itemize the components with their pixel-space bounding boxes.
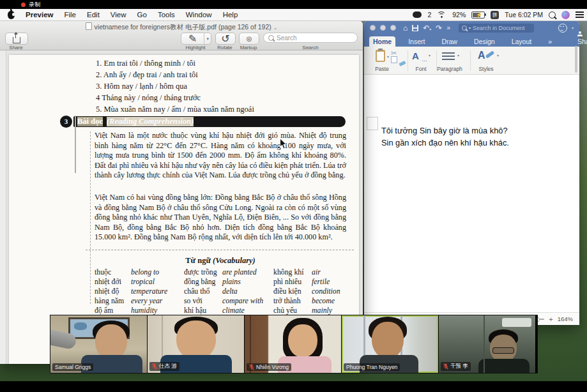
screen-recording-bar: 录制	[0, 0, 587, 9]
word-titlebar: ⌂ ↶▾ ↷ » ▾Search in Document ▾	[364, 20, 579, 35]
undo-icon[interactable]: ↶▾	[423, 24, 431, 32]
participant-name: 千预 李	[450, 363, 468, 370]
document-scrollbar[interactable]	[575, 46, 577, 73]
document-line[interactable]: Sin gần xích đạo nên khí hậu khác.	[381, 138, 509, 147]
participant-tile[interactable]: 千预 李	[439, 315, 535, 373]
apple-menu-icon[interactable]	[8, 11, 15, 19]
input-method-icon[interactable]: 拼	[491, 11, 499, 19]
menu-app-name[interactable]: Preview	[26, 11, 53, 19]
battery-icon[interactable]: ⚡	[471, 11, 485, 19]
participant-tile[interactable]: 仕杰 游	[148, 315, 244, 373]
menu-file[interactable]: File	[64, 11, 76, 19]
menu-window[interactable]: Window	[186, 11, 212, 19]
rotate-button[interactable]: ↺	[215, 33, 236, 45]
section-title: Bài đọc	[77, 117, 103, 126]
window-minimize-button[interactable]	[380, 25, 386, 31]
window-close-button[interactable]	[370, 25, 376, 31]
tab-design[interactable]: Design	[470, 36, 499, 47]
share-person-icon	[577, 31, 583, 36]
mouse-cursor	[279, 138, 287, 153]
participant-nametag: 仕杰 游	[149, 362, 179, 371]
document-line[interactable]: Tôi tưởng Sin bây giờ là mùa khô?	[381, 126, 508, 135]
markup-button[interactable]: ◎	[239, 33, 259, 45]
tabs-overflow-icon[interactable]: »	[544, 36, 556, 47]
menu-help[interactable]: Help	[223, 11, 238, 19]
participant-tile[interactable]: Nhiên Vương	[245, 315, 341, 373]
participant-face	[176, 320, 216, 360]
participant-nametag: 千预 李	[441, 362, 471, 371]
share-button[interactable]: Share	[574, 29, 587, 47]
styles-icon[interactable]: A	[478, 50, 485, 61]
paragraph-chevron-icon[interactable]: ▾	[457, 53, 459, 57]
tab-draw[interactable]: Draw	[438, 36, 461, 47]
copy-icon[interactable]	[391, 56, 397, 63]
styles-label: Styles	[471, 66, 501, 72]
mic-muted-icon	[249, 364, 254, 370]
title-chevron-icon[interactable]: ⌄	[273, 25, 278, 31]
chat-badge-count: 2	[427, 11, 431, 19]
font-dots: …	[422, 56, 428, 63]
tab-insert[interactable]: Insert	[404, 36, 429, 47]
toolbar-overflow-icon[interactable]: »	[446, 25, 450, 31]
menu-view[interactable]: View	[111, 11, 126, 19]
notification-center-icon[interactable]	[576, 11, 584, 18]
save-icon[interactable]	[412, 25, 418, 31]
share-button[interactable]	[5, 33, 28, 45]
zoom-level[interactable]: 164%	[558, 315, 573, 322]
feedback-smiley-icon[interactable]	[558, 24, 567, 33]
highlight-chevron-icon[interactable]: ▾	[204, 33, 211, 44]
vocab-row: hàng nămevery year so vớicompare with tr…	[95, 296, 356, 306]
participant-name: Nhiên Vương	[256, 364, 289, 370]
preview-window-title[interactable]: vietnamese for foreigners教材 电子版.pdf (pag…	[0, 22, 363, 32]
wifi-icon[interactable]	[437, 11, 446, 19]
scan-artifact-line	[86, 250, 354, 250]
tab-layout[interactable]: Layout	[508, 36, 536, 47]
word-search-input[interactable]: ▾Search in Document	[459, 24, 534, 33]
exercise-item: 5. Mùa xuân năm nay / ấm / mùa xuân năm …	[96, 105, 254, 114]
styles-brush-icon	[485, 50, 494, 58]
font-icon[interactable]: A	[412, 50, 419, 61]
participant-tile[interactable]: Samual Griggs	[50, 315, 147, 373]
participant-body	[478, 359, 530, 373]
markup-button-label: Markup	[236, 45, 261, 50]
exercise-item: 4 Tháng này / nóng / tháng trước	[96, 93, 201, 103]
chat-icon[interactable]	[413, 11, 422, 18]
paragraph-label: Paragraph	[432, 66, 468, 72]
participant-tile-active-speaker[interactable]: Phuong Tran Nguyen	[342, 315, 438, 373]
highlight-button[interactable]: ✎▾	[181, 33, 211, 45]
vocab-row: nhiệt đớitropical đồng bằngplains phì nh…	[95, 277, 356, 287]
exercise-item: 1. Em trai tôi / thông minh / tôi	[96, 59, 195, 68]
video-call-strip: Samual Griggs 仕杰 游 Nhiên Vương Phuong Tr…	[50, 315, 538, 373]
rotate-button-label: Rotate	[213, 45, 237, 50]
font-chevron-icon[interactable]: ▾	[429, 53, 431, 57]
scan-artifact-line	[90, 132, 91, 304]
word-document-area[interactable]: Tôi tưởng Sin bây giờ là mùa khô? Sin gầ…	[364, 75, 579, 312]
menu-edit[interactable]: Edit	[87, 11, 100, 19]
section-subtitle: (Reading Comprehension)	[107, 117, 194, 126]
participant-face	[372, 322, 404, 359]
siri-icon[interactable]	[561, 11, 570, 19]
paste-chevron-icon[interactable]: ▾	[387, 54, 389, 59]
participant-nametag: Phuong Tran Nguyen	[344, 363, 400, 371]
menu-tools[interactable]: Tools	[158, 11, 175, 19]
search-placeholder: Search	[277, 34, 297, 41]
styles-chevron-icon[interactable]: ▾	[497, 53, 499, 57]
menu-clock[interactable]: Tue 6:02 PM	[505, 11, 543, 19]
ribbon: ▾ ✂ Paste A … ▾ Font ▾ Paragraph A ▾ Sty…	[364, 47, 579, 75]
preview-search-input[interactable]: Search	[263, 33, 358, 43]
preview-toolbar: vietnamese for foreigners教材 电子版.pdf (pag…	[0, 20, 363, 50]
menu-go[interactable]: Go	[137, 11, 147, 19]
menu-bar: Preview File Edit View Go Tools Window H…	[0, 9, 587, 21]
tab-home[interactable]: Home	[369, 36, 395, 47]
home-icon[interactable]: ⌂	[403, 24, 408, 32]
zoom-in-icon[interactable]: +	[549, 315, 553, 323]
paste-icon[interactable]	[376, 50, 385, 62]
bottom-letterbox-bar	[0, 381, 587, 392]
highlight-button-label: Highlight	[179, 45, 211, 50]
paragraph-icon[interactable]	[442, 52, 455, 60]
window-zoom-button[interactable]	[390, 25, 396, 31]
spotlight-search-icon[interactable]	[549, 11, 556, 19]
recording-dot-icon	[21, 3, 26, 7]
mic-muted-icon	[443, 363, 448, 370]
redo-icon[interactable]: ↷	[436, 24, 442, 32]
